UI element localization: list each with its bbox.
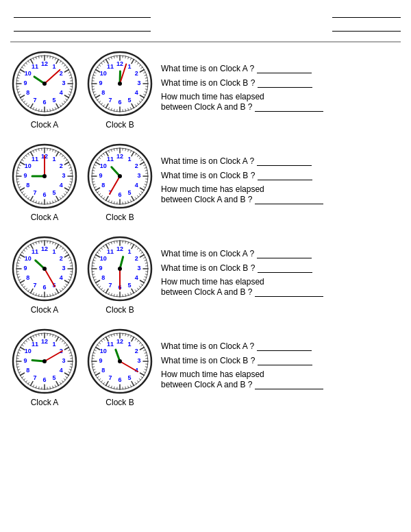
q1-answer-row1 [257, 63, 312, 73]
worksheet-rows: Clock AClock BWhat time is on Clock A ? … [10, 49, 401, 407]
q1-row2: What time is on Clock A ? [161, 156, 401, 166]
clock-wrapper-clockB-row3: Clock B [86, 234, 154, 315]
q2-answer-row1 [258, 77, 312, 88]
q3-answer-row1 [255, 101, 323, 112]
header-divider [10, 41, 401, 43]
q3-line2-row1: between Clock A and B ? [161, 101, 401, 112]
name-input-line [14, 7, 151, 18]
q3-line1-row4: How much time has elapsed [161, 370, 401, 379]
q3-row4: How much time has elapsed between Clock … [161, 370, 401, 389]
q3-answer-row4 [255, 379, 323, 389]
worksheet-row-4: Clock AClock BWhat time is on Clock A ? … [10, 327, 401, 407]
questions-2: What time is on Clock A ? What time is o… [154, 156, 401, 208]
q3-line1-row2: How much time has elapsed [161, 184, 401, 194]
worksheet-row-2: Clock AClock BWhat time is on Clock A ? … [10, 142, 401, 222]
clock-label-clockB-row4: Clock B [105, 398, 134, 407]
q2-text-row2: What time is on Clock B ? [161, 171, 255, 180]
q3-answer-row2 [255, 194, 323, 204]
q3-line2-row4: between Clock A and B ? [161, 379, 401, 389]
clock-wrapper-clockB-row2: Clock B [86, 142, 154, 222]
clock-label-clockA-row1: Clock A [31, 120, 59, 130]
clock-pair-1: Clock AClock B [10, 49, 154, 130]
q1-text-row4: What time is on Clock A ? [161, 341, 254, 351]
clock-canvas-clockB-row4 [86, 327, 154, 396]
header [10, 7, 401, 34]
q1-text-row2: What time is on Clock A ? [161, 156, 254, 166]
q3-row2: How much time has elapsed between Clock … [161, 184, 401, 204]
q2-row2: What time is on Clock B ? [161, 170, 401, 180]
clock-wrapper-clockA-row4: Clock A [10, 327, 79, 407]
worksheet-row-3: Clock AClock BWhat time is on Clock A ? … [10, 234, 401, 315]
q3-text-row2: between Clock A and B ? [161, 195, 252, 204]
clock-pair-3: Clock AClock B [10, 234, 154, 315]
clock-wrapper-clockB-row4: Clock B [86, 327, 154, 407]
clock-label-clockB-row2: Clock B [105, 213, 134, 222]
q1-answer-row2 [257, 156, 312, 166]
q1-text-row3: What time is on Clock A ? [161, 249, 254, 258]
clock-label-clockA-row3: Clock A [31, 305, 59, 315]
clock-wrapper-clockA-row2: Clock A [10, 142, 79, 222]
questions-3: What time is on Clock A ? What time is o… [154, 248, 401, 301]
clock-label-clockB-row1: Clock B [105, 120, 134, 130]
clock-pair-2: Clock AClock B [10, 142, 154, 222]
q3-line1-row1: How much time has elapsed [161, 92, 401, 101]
clock-label-clockA-row2: Clock A [31, 213, 59, 222]
score-input-line [332, 7, 401, 18]
questions-1: What time is on Clock A ? What time is o… [154, 63, 401, 116]
q2-row4: What time is on Clock B ? [161, 355, 401, 365]
clock-canvas-clockA-row3 [10, 234, 79, 303]
clock-canvas-clockA-row1 [10, 49, 79, 118]
q2-text-row3: What time is on Clock B ? [161, 263, 255, 273]
q3-row1: How much time has elapsed between Clock … [161, 92, 401, 112]
clock-wrapper-clockA-row1: Clock A [10, 49, 79, 130]
worksheet-row-1: Clock AClock BWhat time is on Clock A ? … [10, 49, 401, 130]
clock-canvas-clockA-row4 [10, 327, 79, 396]
q2-text-row1: What time is on Clock B ? [161, 78, 255, 88]
q3-line1-row3: How much time has elapsed [161, 277, 401, 287]
q3-row3: How much time has elapsed between Clock … [161, 277, 401, 297]
clock-wrapper-clockA-row3: Clock A [10, 234, 79, 315]
q2-text-row4: What time is on Clock B ? [161, 356, 255, 365]
teacher-input-line [14, 21, 151, 32]
q1-row3: What time is on Clock A ? [161, 248, 401, 258]
q3-answer-row3 [255, 287, 323, 297]
q3-line2-row3: between Clock A and B ? [161, 287, 401, 297]
q2-row1: What time is on Clock B ? [161, 77, 401, 88]
clock-canvas-clockB-row2 [86, 142, 154, 210]
clock-label-clockA-row4: Clock A [31, 398, 59, 407]
q3-line2-row2: between Clock A and B ? [161, 194, 401, 204]
clock-pair-4: Clock AClock B [10, 327, 154, 407]
q3-text-row3: between Clock A and B ? [161, 287, 252, 297]
q2-row3: What time is on Clock B ? [161, 263, 401, 273]
q2-answer-row2 [258, 170, 312, 180]
q2-answer-row4 [258, 355, 312, 365]
clock-canvas-clockB-row1 [86, 49, 154, 118]
questions-4: What time is on Clock A ? What time is o… [154, 341, 401, 394]
q3-text-row1: between Clock A and B ? [161, 102, 252, 112]
clock-canvas-clockA-row2 [10, 142, 79, 210]
clock-wrapper-clockB-row1: Clock B [86, 49, 154, 130]
date-input-line [332, 21, 401, 32]
q1-answer-row4 [257, 341, 312, 351]
clock-canvas-clockB-row3 [86, 234, 154, 303]
q1-answer-row3 [257, 248, 312, 258]
q3-text-row4: between Clock A and B ? [161, 380, 252, 389]
q1-row1: What time is on Clock A ? [161, 63, 401, 73]
clock-label-clockB-row3: Clock B [105, 305, 134, 315]
q1-text-row1: What time is on Clock A ? [161, 64, 254, 73]
q1-row4: What time is on Clock A ? [161, 341, 401, 351]
q2-answer-row3 [258, 263, 312, 273]
